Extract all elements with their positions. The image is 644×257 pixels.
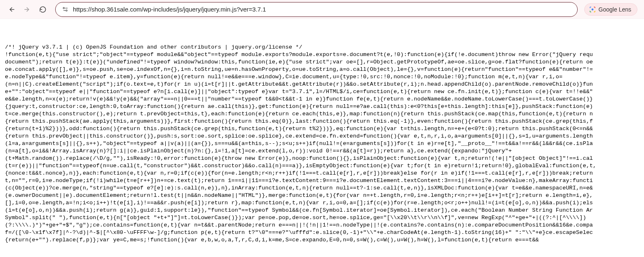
address-bar[interactable]: https://shop.361sale.com/wp-includes/js/… — [55, 2, 578, 17]
svg-point-4 — [66, 9, 67, 11]
google-lens-label: Google Lens — [599, 6, 631, 13]
url-text[interactable]: https://shop.361sale.com/wp-includes/js/… — [73, 6, 573, 13]
back-button[interactable] — [5, 3, 18, 16]
browser-toolbar: https://shop.361sale.com/wp-includes/js/… — [0, 0, 644, 19]
forward-button[interactable] — [21, 3, 34, 16]
svg-point-6 — [591, 8, 593, 10]
source-code-text[interactable]: /*! jQuery v3.7.1 | (c) OpenJS Foundatio… — [5, 44, 639, 244]
google-lens-button[interactable]: Google Lens — [584, 3, 637, 16]
svg-point-2 — [63, 7, 64, 9]
page-content: /*! jQuery v3.7.1 | (c) OpenJS Foundatio… — [0, 44, 644, 244]
reload-button[interactable] — [36, 3, 49, 16]
content-top-gap — [0, 19, 644, 44]
lens-icon — [589, 6, 596, 13]
site-info-icon[interactable] — [60, 4, 71, 15]
